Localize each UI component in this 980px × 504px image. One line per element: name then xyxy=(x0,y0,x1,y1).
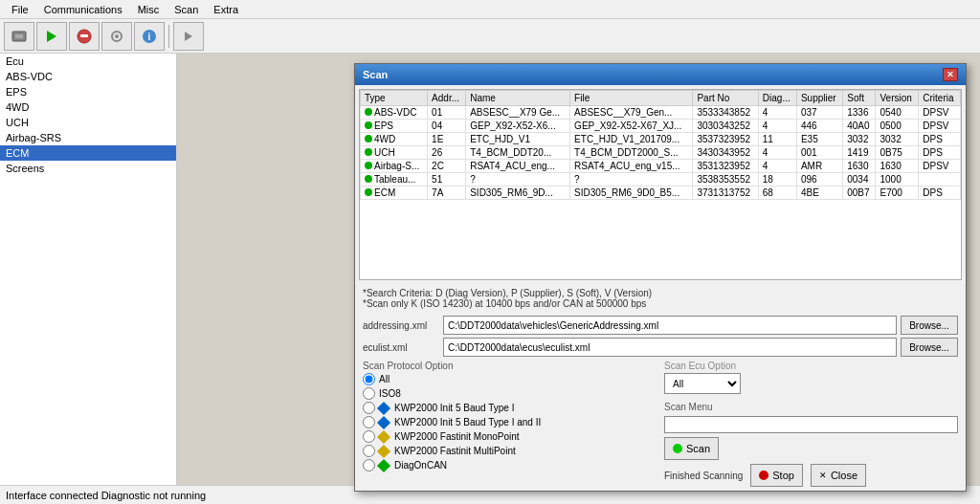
protocol-iso8-label: ISO8 xyxy=(379,388,401,399)
scan-ecu-select[interactable]: All xyxy=(664,373,741,394)
row-indicator-icon xyxy=(365,162,372,169)
table-row[interactable]: ECM7ASID305_RM6_9D...SID305_RM6_9D0_B5..… xyxy=(361,186,961,200)
settings-icon xyxy=(109,29,124,44)
col-type: Type xyxy=(361,91,428,106)
toolbar-stop-btn[interactable] xyxy=(69,22,100,51)
protocol-kwp2000-fastinit-multi: KWP2000 Fastinit MultiPoint xyxy=(363,445,657,457)
info-section: *Search Criteria: D (Diag Version), P (S… xyxy=(355,284,966,313)
protocol-fastinit-mono-radio[interactable] xyxy=(363,430,375,443)
sidebar-item-uch[interactable]: UCH xyxy=(0,115,176,130)
col-file: File xyxy=(570,91,693,106)
close-btn-icon: ✕ xyxy=(819,471,827,480)
col-addr: Addr... xyxy=(428,91,466,106)
addressing-xml-input[interactable] xyxy=(443,316,897,335)
protocol-diagoncan: DiagOnCAN xyxy=(363,459,657,471)
sidebar: Ecu ABS-VDC EPS 4WD UCH Airbag-SRS ECM S… xyxy=(0,54,177,485)
sidebar-item-airbag-srs[interactable]: Airbag-SRS xyxy=(0,130,176,145)
search-criteria-note: *Search Criteria: D (Diag Version), P (S… xyxy=(363,288,958,298)
scan-menu-section: Scan Ecu Option All Scan Menu Scan xyxy=(664,361,958,487)
scan-progress-bar xyxy=(664,416,958,433)
scan-table-container: Type Addr... Name File Part No Diag... S… xyxy=(359,89,962,280)
close-button[interactable]: ✕ Close xyxy=(811,464,866,487)
svg-point-6 xyxy=(115,34,119,38)
menu-misc[interactable]: Misc xyxy=(130,2,167,17)
dialog-titlebar: Scan ✕ xyxy=(355,64,966,85)
scan-table: Type Addr... Name File Part No Diag... S… xyxy=(360,90,961,200)
diamond-yellow-icon-1 xyxy=(377,429,390,443)
toolbar-separator xyxy=(168,25,169,48)
protocol-kwp2000-i-ii-radio[interactable] xyxy=(363,416,375,428)
addressing-xml-label: addressing.xml xyxy=(363,320,439,331)
diamond-blue-icon-1 xyxy=(377,401,390,414)
col-criteria: Criteria xyxy=(919,91,961,106)
addressing-browse-button[interactable]: Browse... xyxy=(901,316,958,335)
protocol-diagoncan-radio[interactable] xyxy=(363,459,375,471)
diamond-green-icon xyxy=(377,458,390,471)
col-soft: Soft xyxy=(843,91,876,106)
svg-text:i: i xyxy=(148,32,151,42)
options-row: Scan Protocol Option All ISO8 KWP2000 In… xyxy=(363,361,958,487)
protocol-kwp2000-i-label: KWP2000 Init 5 Baud Type I xyxy=(394,403,514,413)
sidebar-item-ecm[interactable]: ECM xyxy=(0,145,176,161)
sidebar-item-ecu[interactable]: Ecu xyxy=(0,54,176,69)
addressing-xml-row: addressing.xml Browse... xyxy=(363,316,958,335)
finished-scanning-text: Finished Scanning xyxy=(664,471,743,481)
toolbar-ecu-btn[interactable] xyxy=(4,22,34,51)
sidebar-item-4wd[interactable]: 4WD xyxy=(0,99,176,115)
protocol-kwp2000-i-radio[interactable] xyxy=(363,402,375,414)
table-row[interactable]: Tableau...51??35383535521809600341000 xyxy=(361,173,961,186)
info-icon: i xyxy=(142,29,157,44)
menu-communications[interactable]: Communications xyxy=(36,2,130,17)
table-row[interactable]: Airbag-S...2CRSAT4_ACU_eng...RSAT4_ACU_e… xyxy=(361,160,961,173)
toolbar-info-btn[interactable]: i xyxy=(134,22,165,51)
scan-dialog: Scan ✕ Type Addr... Name File Part No Di… xyxy=(354,63,967,492)
table-row[interactable]: ABS-VDC01ABSESC__X79 Ge...ABSESC__X79_Ge… xyxy=(361,106,961,120)
col-partno: Part No xyxy=(693,91,758,106)
col-supplier: Supplier xyxy=(796,91,842,106)
play-icon xyxy=(44,29,59,44)
sidebar-item-screens[interactable]: Screens xyxy=(0,161,176,176)
protocol-kwp2000-fastinit-mono: KWP2000 Fastinit MonoPoint xyxy=(363,430,657,443)
menu-file[interactable]: File xyxy=(4,2,36,17)
content-area: Scan ✕ Type Addr... Name File Part No Di… xyxy=(177,54,980,485)
menu-scan[interactable]: Scan xyxy=(167,2,206,17)
svg-marker-9 xyxy=(185,32,192,41)
sidebar-item-eps[interactable]: EPS xyxy=(0,84,176,99)
protocol-kwp2000-i: KWP2000 Init 5 Baud Type I xyxy=(363,402,657,414)
toolbar-arrow-btn[interactable] xyxy=(173,22,204,51)
scan-btn-label: Scan xyxy=(686,443,710,454)
dialog-close-button[interactable]: ✕ xyxy=(943,68,958,81)
close-btn-label: Close xyxy=(831,470,858,481)
stop-btn-label: Stop xyxy=(772,470,794,481)
scan-button[interactable]: Scan xyxy=(664,437,719,460)
eculist-browse-button[interactable]: Browse... xyxy=(901,338,958,357)
row-indicator-icon xyxy=(365,108,372,116)
scan-action-buttons: Scan xyxy=(664,437,958,460)
table-row[interactable]: EPS04GEP_X92-X52-X6...GEP_X92-X52-X67_XJ… xyxy=(361,120,961,133)
toolbar-play-btn[interactable] xyxy=(36,22,67,51)
dialog-title: Scan xyxy=(363,69,388,80)
stop-button[interactable]: Stop xyxy=(750,464,803,487)
svg-rect-4 xyxy=(80,34,88,37)
arrow-icon xyxy=(181,29,196,44)
menu-extra[interactable]: Extra xyxy=(206,2,246,17)
toolbar-settings-btn[interactable] xyxy=(101,22,132,51)
protocol-fastinit-multi-radio[interactable] xyxy=(363,445,375,457)
row-indicator-icon xyxy=(365,135,372,142)
col-diag: Diag... xyxy=(758,91,796,106)
row-indicator-icon xyxy=(365,121,372,129)
table-row[interactable]: 4WD1EETC_HJD_V1ETC_HJD_V1_201709...35373… xyxy=(361,133,961,146)
row-indicator-icon xyxy=(365,148,372,156)
protocol-all-radio[interactable] xyxy=(363,373,375,385)
svg-marker-2 xyxy=(47,31,56,42)
row-indicator-icon xyxy=(365,175,372,183)
protocol-fastinit-multi-label: KWP2000 Fastinit MultiPoint xyxy=(394,446,516,456)
eculist-xml-input[interactable] xyxy=(443,338,897,357)
diamond-blue-icon-2 xyxy=(377,415,390,428)
scan-btn-indicator xyxy=(673,444,682,453)
stop-icon xyxy=(77,29,92,44)
protocol-iso8-radio[interactable] xyxy=(363,387,375,400)
statusbar-text: Interface connected Diagnostic not runni… xyxy=(6,490,206,501)
sidebar-item-abs-vdc[interactable]: ABS-VDC xyxy=(0,69,176,84)
table-row[interactable]: UCH26T4_BCM_DDT20...T4_BCM_DDT2000_S...3… xyxy=(361,146,961,160)
